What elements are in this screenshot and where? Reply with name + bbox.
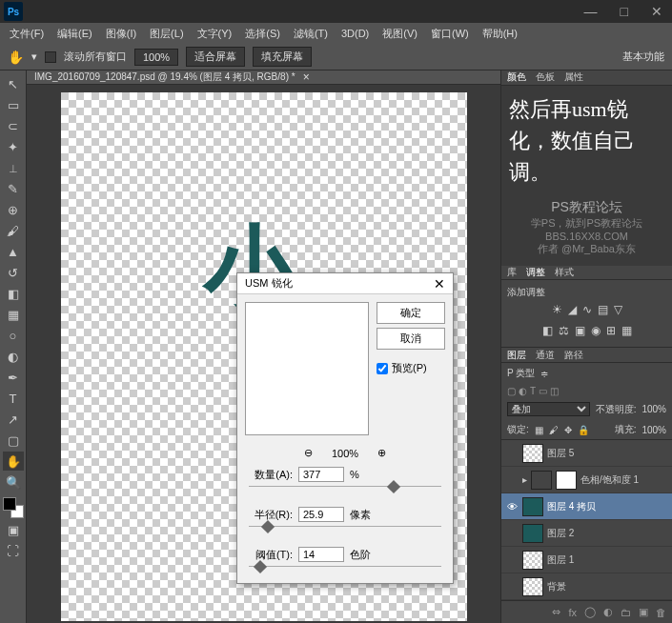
radius-slider[interactable] [249, 526, 441, 537]
lock-trans-icon[interactable]: ▦ [535, 425, 543, 435]
layer-name[interactable]: 图层 5 [547, 447, 574, 460]
scroll-all-checkbox[interactable] [45, 51, 56, 63]
layer-thumb[interactable] [522, 551, 543, 570]
layer-name[interactable]: 背景 [547, 580, 566, 593]
brush-tool[interactable]: 🖌 [3, 221, 24, 240]
type-tool[interactable]: T [3, 389, 24, 408]
blend-mode-select[interactable]: 叠加 [507, 402, 590, 416]
adjustment-icon[interactable]: ◐ [603, 606, 613, 618]
adjustment-thumb[interactable] [531, 471, 552, 490]
menu-3d[interactable]: 3D(D) [336, 26, 375, 41]
menu-file[interactable]: 文件(F) [4, 25, 50, 43]
layer-thumb[interactable] [522, 444, 543, 463]
maximize-button[interactable]: □ [615, 4, 634, 19]
tab-channels[interactable]: 通道 [536, 349, 555, 362]
menu-view[interactable]: 视图(V) [377, 25, 423, 43]
tab-color[interactable]: 颜色 [507, 70, 526, 84]
expand-icon[interactable]: ▸ [522, 474, 527, 485]
group-icon[interactable]: 🗀 [621, 607, 631, 618]
preview-box[interactable] [245, 302, 369, 435]
zoom-out-icon[interactable]: ⊖ [304, 447, 313, 459]
new-layer-icon[interactable]: ▣ [639, 606, 648, 618]
lookup-icon[interactable]: ▦ [621, 324, 632, 337]
gradient-tool[interactable]: ▦ [3, 305, 24, 324]
fit-screen-button[interactable]: 适合屏幕 [186, 47, 245, 67]
dialog-titlebar[interactable]: USM 锐化 ✕ [237, 273, 453, 294]
fx-icon[interactable]: fx [568, 607, 577, 618]
layer-row[interactable]: 图层 5 [501, 440, 672, 467]
tab-layers[interactable]: 图层 [507, 349, 526, 362]
mixer-icon[interactable]: ⊞ [606, 324, 616, 337]
menu-window[interactable]: 窗口(W) [425, 25, 475, 43]
tab-paths[interactable]: 路径 [564, 349, 583, 362]
layer-name[interactable]: 图层 1 [547, 553, 574, 567]
lasso-tool[interactable]: ⊂ [3, 116, 24, 135]
zoom-100-button[interactable]: 100% [134, 49, 178, 66]
screenmode-tool[interactable]: ⛶ [3, 541, 24, 560]
crop-tool[interactable]: ⟂ [3, 158, 24, 177]
quickmask-tool[interactable]: ▣ [3, 520, 24, 539]
ok-button[interactable]: 确定 [377, 302, 445, 324]
tab-styles[interactable]: 样式 [555, 266, 574, 279]
visibility-toggle[interactable]: 👁 [505, 501, 519, 512]
exposure-icon[interactable]: ▤ [598, 303, 608, 316]
layer-name[interactable]: 图层 4 拷贝 [547, 500, 596, 513]
filter-image-icon[interactable]: ▢ [507, 386, 516, 396]
pen-tool[interactable]: ✒ [3, 368, 24, 387]
color-swatches[interactable] [3, 497, 24, 518]
wand-tool[interactable]: ✦ [3, 137, 24, 156]
cancel-button[interactable]: 取消 [377, 328, 445, 350]
layer-thumb[interactable] [522, 524, 543, 543]
close-tab-icon[interactable]: × [303, 70, 310, 84]
layer-row[interactable]: ▸ 色相/饱和度 1 [501, 467, 672, 493]
layer-row[interactable]: 图层 2 [501, 520, 672, 547]
close-button[interactable]: ✕ [645, 4, 668, 19]
lock-all-icon[interactable]: 🔒 [578, 425, 589, 435]
stamp-tool[interactable]: ▲ [3, 242, 24, 261]
filter-smart-icon[interactable]: ◫ [550, 386, 559, 396]
fill-screen-button[interactable]: 填充屏幕 [253, 47, 312, 67]
filter-adj-icon[interactable]: ◐ [519, 386, 527, 396]
move-tool[interactable]: ↖ [3, 74, 24, 93]
zoom-in-icon[interactable]: ⊕ [377, 447, 386, 459]
threshold-input[interactable] [298, 547, 344, 562]
layer-row[interactable]: 背景 [501, 573, 672, 600]
tab-libraries[interactable]: 库 [507, 266, 517, 279]
zoom-tool[interactable]: 🔍 [3, 472, 24, 492]
dropdown-icon[interactable]: ▾ [31, 50, 37, 63]
layer-thumb[interactable] [522, 577, 543, 596]
filter-shape-icon[interactable]: ▭ [539, 386, 547, 396]
history-brush-tool[interactable]: ↺ [3, 263, 24, 282]
bw-icon[interactable]: ▣ [575, 324, 585, 337]
vibrance-icon[interactable]: ▽ [614, 303, 622, 316]
dialog-close-icon[interactable]: ✕ [434, 276, 445, 291]
radius-input[interactable] [298, 507, 344, 522]
threshold-slider[interactable] [249, 566, 441, 577]
marquee-tool[interactable]: ▭ [3, 95, 24, 114]
hand-tool[interactable]: ✋ [3, 452, 24, 471]
menu-image[interactable]: 图像(I) [100, 25, 142, 43]
blur-tool[interactable]: ○ [3, 326, 24, 345]
shape-tool[interactable]: ▢ [3, 431, 24, 450]
mask-thumb[interactable] [556, 471, 577, 490]
preview-checkbox-row[interactable]: 预览(P) [377, 361, 445, 375]
layer-row[interactable]: 👁 图层 4 拷贝 [501, 493, 672, 520]
link-icon[interactable]: ⇔ [552, 606, 560, 618]
levels-icon[interactable]: ◢ [568, 303, 577, 316]
mask-icon[interactable]: ◯ [584, 606, 596, 618]
minimize-button[interactable]: — [579, 4, 603, 19]
healing-tool[interactable]: ⊕ [3, 200, 24, 219]
eyedropper-tool[interactable]: ✎ [3, 179, 24, 198]
lock-pos-icon[interactable]: ✥ [564, 425, 572, 435]
menu-type[interactable]: 文字(Y) [192, 25, 238, 43]
lock-paint-icon[interactable]: 🖌 [549, 425, 559, 435]
opacity-value[interactable]: 100% [641, 404, 666, 414]
menu-select[interactable]: 选择(S) [239, 25, 286, 43]
document-tab[interactable]: IMG_20160709_120847.psd @ 19.4% (图层 4 拷贝… [27, 70, 500, 85]
filter-type-icon[interactable]: T [530, 386, 536, 396]
workspace-label[interactable]: 基本功能 [622, 50, 664, 64]
dodge-tool[interactable]: ◐ [3, 347, 24, 366]
fill-value[interactable]: 100% [641, 425, 666, 435]
tab-properties[interactable]: 属性 [564, 70, 583, 84]
photo-filter-icon[interactable]: ◉ [591, 324, 601, 337]
